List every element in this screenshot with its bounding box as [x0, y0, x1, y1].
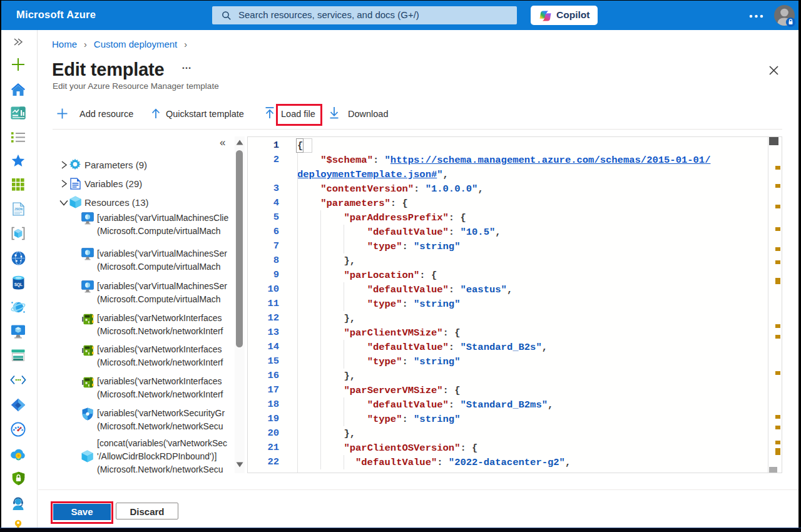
- svg-text:SQL: SQL: [14, 282, 23, 287]
- svg-text:JSON: JSON: [14, 208, 23, 211]
